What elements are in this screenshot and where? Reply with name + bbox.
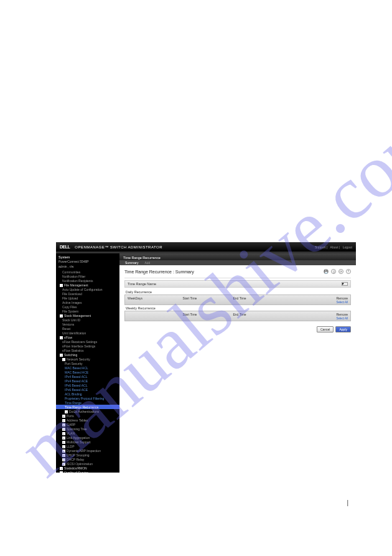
tree-toggle-icon[interactable]: + [65, 410, 68, 413]
tree-toggle-icon[interactable]: + [62, 463, 65, 466]
tree-toggle-icon[interactable]: + [62, 419, 65, 422]
sidebar-item-43[interactable]: +DHCP Relay [56, 457, 119, 461]
logo: DELL [60, 245, 70, 249]
page-tabs: Time Range Recurrence [119, 253, 356, 260]
nav-tree: CommunitiesNotification FilterNotificati… [56, 270, 119, 473]
sidebar-item-8[interactable]: Copy Files [56, 304, 119, 309]
tree-toggle-icon[interactable]: - [60, 336, 63, 339]
sidebar-item-23[interactable]: MAC Based ACE [56, 370, 119, 374]
tree-toggle-icon[interactable]: - [60, 314, 63, 318]
tree-toggle-icon[interactable]: + [62, 445, 65, 448]
sidebar-item-11[interactable]: Stack Unit ID [56, 318, 119, 322]
sidebar-item-3[interactable]: -File Management [56, 283, 119, 287]
sidebar-item-16[interactable]: sFlow Receivers Settings [56, 339, 119, 344]
sidebar-item-32[interactable]: +Dot1x Authentications [56, 409, 119, 413]
sidebar-item-22[interactable]: MAC Based ACL [56, 365, 119, 370]
sidebar-item-label: Notification Filter [62, 275, 85, 278]
sidebar-item-35[interactable]: +GARP [56, 422, 119, 426]
tree-toggle-icon[interactable]: + [62, 428, 65, 431]
sidebar-item-label: sFlow [64, 336, 72, 339]
sidebar-item-25[interactable]: IPv4 Based ACE [56, 379, 119, 383]
daily-heading: Daily Recurrence [124, 289, 351, 294]
sidebar-item-14[interactable]: Unit Identification [56, 331, 119, 335]
sidebar-item-21[interactable]: Port Security [56, 361, 119, 365]
daily-select-all[interactable]: Select All [336, 301, 348, 304]
sidebar-item-28[interactable]: ACL Binding [56, 392, 119, 396]
sidebar-item-label: Notification Recipients [62, 279, 93, 283]
sidebar-item-label: Auto Update of Configuration [62, 288, 103, 291]
tab-summary[interactable]: Summary [122, 260, 141, 265]
tree-toggle-icon[interactable]: + [60, 467, 63, 470]
sidebar-item-30[interactable]: Time Range [56, 400, 119, 405]
sidebar-item-39[interactable]: +Multicast Support [56, 440, 119, 444]
sidebar-item-label: ACL Binding [65, 392, 82, 396]
about-link[interactable]: About [330, 245, 338, 249]
tree-toggle-icon[interactable]: - [60, 354, 63, 357]
sidebar-item-36[interactable]: +Spanning Tree [56, 426, 119, 431]
sidebar-item-29[interactable]: Proprietary Protocol Filtering [56, 396, 119, 400]
support-link[interactable]: Support [315, 245, 326, 249]
sidebar-item-19[interactable]: -Switching [56, 352, 119, 357]
timerange-label: Time Range Name [128, 282, 156, 286]
sidebar-item-9[interactable]: File System [56, 309, 119, 313]
print-icon[interactable]: ⎙ [331, 269, 336, 274]
sidebar-item-40[interactable]: +LLDP [56, 444, 119, 448]
sidebar-item-10[interactable]: -Stack Management [56, 313, 119, 318]
apply-button[interactable]: Apply [335, 326, 351, 332]
sidebar-item-label: VLAN [67, 431, 75, 435]
tree-toggle-icon[interactable]: + [62, 454, 65, 457]
sidebar-item-label: File Upload [62, 296, 78, 300]
sidebar-item-5[interactable]: File Download [56, 291, 119, 296]
tree-toggle-icon[interactable]: + [62, 441, 65, 444]
sidebar-item-38[interactable]: +Link Aggregation [56, 435, 119, 440]
sidebar-item-27[interactable]: IPv6 Based ACE [56, 387, 119, 392]
sidebar-item-24[interactable]: IPv4 Based ACL [56, 374, 119, 379]
sidebar-item-12[interactable]: Versions [56, 322, 119, 326]
tree-toggle-icon[interactable]: + [62, 415, 65, 418]
sidebar-item-label: DHCP Snooping [67, 453, 90, 457]
sidebar-item-4[interactable]: Auto Update of Configuration [56, 287, 119, 291]
sidebar-item-17[interactable]: sFlow Interface Settings [56, 344, 119, 348]
refresh-icon[interactable]: ⟳ [338, 269, 343, 274]
divider [124, 278, 351, 278]
sidebar-item-34[interactable]: +Address Tables [56, 418, 119, 422]
sidebar-item-20[interactable]: -Network Security [56, 357, 119, 361]
sidebar-item-6[interactable]: File Upload [56, 296, 119, 300]
weekly-select-all[interactable]: Select All [336, 317, 348, 320]
sidebar-item-label: Multicast Support [67, 440, 91, 444]
cancel-button[interactable]: Cancel [317, 326, 334, 332]
sidebar-item-37[interactable]: +VLAN [56, 431, 119, 435]
sidebar-item-31[interactable]: Time Range Recurrence [56, 405, 119, 409]
sidebar-item-45[interactable]: +Statistics/RMON [56, 466, 119, 470]
sidebar-item-42[interactable]: +DHCP Snooping [56, 453, 119, 457]
sidebar-item-7[interactable]: Active Images [56, 300, 119, 304]
sidebar-item-label: Versions [62, 323, 74, 326]
tree-toggle-icon[interactable]: + [60, 471, 63, 473]
logout-link[interactable]: Logout [343, 245, 352, 249]
sidebar-item-44[interactable]: +iSCSI Optimization [56, 461, 119, 466]
tree-toggle-icon[interactable]: + [62, 458, 65, 461]
tree-toggle-icon[interactable]: + [62, 436, 65, 440]
timerange-select[interactable] [342, 282, 348, 286]
sidebar-item-15[interactable]: -sFlow [56, 335, 119, 339]
sidebar-item-label: DHCP Relay [67, 458, 84, 461]
sidebar-item-1[interactable]: Notification Filter [56, 274, 119, 278]
help-icon[interactable]: ? [346, 269, 351, 274]
sidebar-item-33[interactable]: +Ports [56, 413, 119, 418]
sidebar-item-2[interactable]: Notification Recipients [56, 278, 119, 283]
sidebar-item-26[interactable]: IPv6 Based ACL [56, 383, 119, 387]
sidebar-item-13[interactable]: Reset [56, 326, 119, 331]
tree-toggle-icon[interactable]: + [62, 432, 65, 435]
toolbar: 💾 ⎙ ⟳ ? [324, 269, 351, 274]
tree-toggle-icon[interactable]: + [62, 450, 65, 453]
sidebar-item-46[interactable]: +Quality of Service [56, 470, 119, 473]
footer-mark: | [347, 499, 348, 506]
tree-toggle-icon[interactable]: + [62, 423, 65, 426]
sidebar-item-41[interactable]: +Dynamic ARP Inspection [56, 448, 119, 453]
sidebar-item-0[interactable]: Communities [56, 270, 119, 274]
tree-toggle-icon[interactable]: - [60, 284, 63, 287]
sidebar-item-18[interactable]: sFlow Statistics [56, 348, 119, 352]
tree-toggle-icon[interactable]: - [62, 358, 65, 361]
save-icon[interactable]: 💾 [324, 269, 329, 274]
tab-add[interactable]: Add [141, 260, 153, 265]
